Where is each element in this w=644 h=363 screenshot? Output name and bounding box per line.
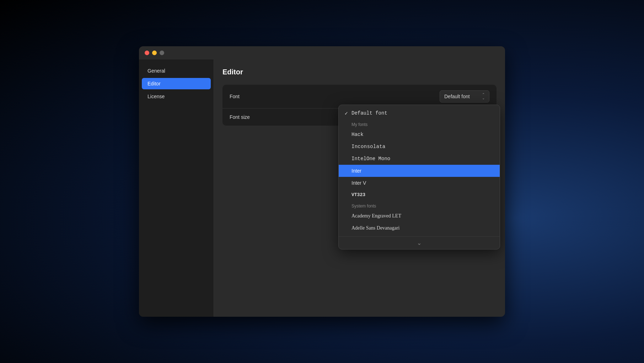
chevron-updown-icon: ⌃⌄ xyxy=(482,93,485,100)
font-setting-row: Font Default font ⌃⌄ ✓ Default font xyxy=(222,85,497,109)
dropdown-item-label: Adelle Sans Devanagari xyxy=(351,225,494,231)
font-dropdown-value: Default font xyxy=(444,94,470,99)
my-fonts-section-header: My fonts xyxy=(339,119,500,128)
close-button[interactable] xyxy=(145,51,149,55)
main-content: Editor Font Default font ⌃⌄ ✓ xyxy=(214,59,505,317)
dropdown-item-label: Hack xyxy=(351,132,494,137)
dropdown-item-hack[interactable]: Hack xyxy=(339,128,500,141)
app-window: General Editor License Editor Font Defau… xyxy=(139,46,505,317)
dropdown-item-default-font[interactable]: ✓ Default font xyxy=(339,107,500,119)
page-title: Editor xyxy=(222,68,497,76)
dropdown-item-vt323[interactable]: VT323 xyxy=(339,189,500,201)
sidebar: General Editor License xyxy=(139,59,214,317)
dropdown-item-label: Inconsolata xyxy=(351,144,494,149)
sidebar-item-license[interactable]: License xyxy=(142,91,211,102)
font-label: Font xyxy=(230,94,440,99)
dropdown-more-button[interactable]: ⌄ xyxy=(339,236,500,249)
titlebar xyxy=(139,46,505,59)
dropdown-item-adelle-sans-devanagari[interactable]: Adelle Sans Devanagari xyxy=(339,222,500,234)
dropdown-item-inter-v[interactable]: Inter V xyxy=(339,177,500,189)
dropdown-item-label: Inter xyxy=(351,168,494,174)
window-body: General Editor License Editor Font Defau… xyxy=(139,59,505,317)
dropdown-item-inter[interactable]: Inter xyxy=(339,165,500,177)
dropdown-item-inconsolata[interactable]: Inconsolata xyxy=(339,141,500,153)
system-fonts-section-header: System fonts xyxy=(339,201,500,210)
sidebar-item-editor[interactable]: Editor xyxy=(142,78,211,89)
sidebar-item-general[interactable]: General xyxy=(142,65,211,77)
checkmark-icon: ✓ xyxy=(344,111,351,116)
dropdown-item-label: VT323 xyxy=(351,192,494,198)
minimize-button[interactable] xyxy=(152,51,157,55)
dropdown-item-label: Academy Engraved LET xyxy=(351,213,494,219)
font-dropdown-overlay: ✓ Default font My fonts Hack xyxy=(338,105,500,249)
dropdown-list: ✓ Default font My fonts Hack xyxy=(339,105,500,236)
dropdown-item-intelone-mono[interactable]: IntelOne Mono xyxy=(339,153,500,165)
settings-panel: Font Default font ⌃⌄ ✓ Default font xyxy=(222,85,497,126)
traffic-lights xyxy=(145,51,164,55)
font-dropdown-button[interactable]: Default font ⌃⌄ xyxy=(440,90,489,102)
dropdown-item-label: Inter V xyxy=(351,180,494,186)
chevron-down-icon: ⌄ xyxy=(417,240,422,246)
dropdown-item-label: IntelOne Mono xyxy=(351,156,494,162)
dropdown-item-label: Default font xyxy=(351,110,494,116)
maximize-button[interactable] xyxy=(160,51,164,55)
dropdown-item-academy-engraved-let[interactable]: Academy Engraved LET xyxy=(339,210,500,222)
